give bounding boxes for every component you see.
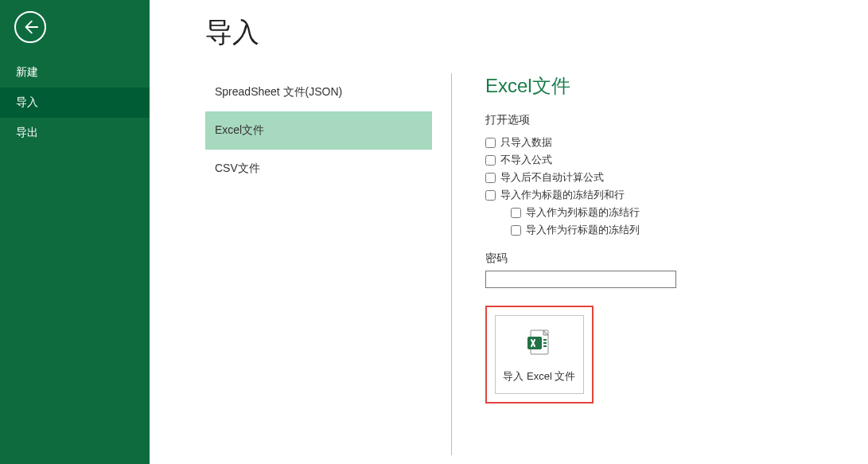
back-button[interactable] [14, 11, 46, 43]
import-button-label: 导入 Excel 文件 [496, 369, 583, 384]
checkbox-label-freeze-rows: 导入作为行标题的冻结列 [526, 223, 640, 237]
list-item-json[interactable]: SpreadSheet 文件(JSON) [205, 73, 432, 111]
checkbox-row-freeze-header: 导入作为标题的冻结列和行 [485, 188, 676, 202]
checkbox-only-data[interactable] [485, 138, 496, 148]
detail-panel: Excel文件 打开选项 只导入数据 不导入公式 导入后不自动计算公式 导入作为… [452, 73, 700, 455]
arrow-left-icon [21, 18, 39, 36]
checkbox-row-no-formula: 不导入公式 [485, 153, 676, 167]
checkbox-label-freeze-cols: 导入作为列标题的冻结行 [526, 205, 640, 220]
password-label: 密码 [485, 251, 676, 266]
list-item-excel[interactable]: Excel文件 [205, 111, 432, 150]
svg-rect-4 [543, 345, 547, 347]
checkbox-no-auto-calc[interactable] [485, 173, 496, 183]
password-input[interactable] [485, 271, 676, 288]
checkbox-row-only-data: 只导入数据 [485, 135, 676, 150]
svg-rect-3 [543, 342, 547, 344]
page-title: 导入 [205, 14, 868, 51]
checkbox-label-no-auto-calc: 导入后不自动计算公式 [500, 170, 604, 185]
file-type-list: SpreadSheet 文件(JSON) Excel文件 CSV文件 [205, 73, 452, 455]
sidebar-item-import[interactable]: 导入 [0, 88, 150, 118]
sidebar-item-export[interactable]: 导出 [0, 118, 150, 148]
checkbox-row-freeze-rows: 导入作为行标题的冻结列 [511, 223, 676, 237]
content-columns: SpreadSheet 文件(JSON) Excel文件 CSV文件 Excel… [205, 73, 868, 455]
main-area: 导入 SpreadSheet 文件(JSON) Excel文件 CSV文件 Ex… [150, 0, 868, 464]
excel-file-icon [526, 329, 553, 358]
checkbox-row-freeze-cols: 导入作为列标题的冻结行 [511, 205, 676, 220]
checkbox-freeze-header[interactable] [485, 190, 496, 201]
import-button-highlight: 导入 Excel 文件 [485, 306, 594, 404]
sidebar: 新建 导入 导出 [0, 0, 150, 464]
svg-rect-2 [543, 339, 547, 341]
sidebar-item-new[interactable]: 新建 [0, 57, 150, 88]
checkbox-label-only-data: 只导入数据 [500, 135, 552, 150]
checkbox-freeze-rows[interactable] [511, 225, 521, 236]
detail-heading: Excel文件 [485, 73, 676, 99]
options-section-label: 打开选项 [485, 113, 676, 127]
svg-rect-1 [527, 337, 542, 349]
import-excel-button[interactable]: 导入 Excel 文件 [495, 315, 584, 394]
checkbox-no-formula[interactable] [485, 155, 496, 166]
checkbox-row-no-auto-calc: 导入后不自动计算公式 [485, 170, 676, 185]
checkbox-label-no-formula: 不导入公式 [500, 153, 552, 167]
checkbox-label-freeze-header: 导入作为标题的冻结列和行 [500, 188, 625, 202]
checkbox-freeze-cols[interactable] [511, 208, 521, 218]
list-item-csv[interactable]: CSV文件 [205, 150, 432, 188]
